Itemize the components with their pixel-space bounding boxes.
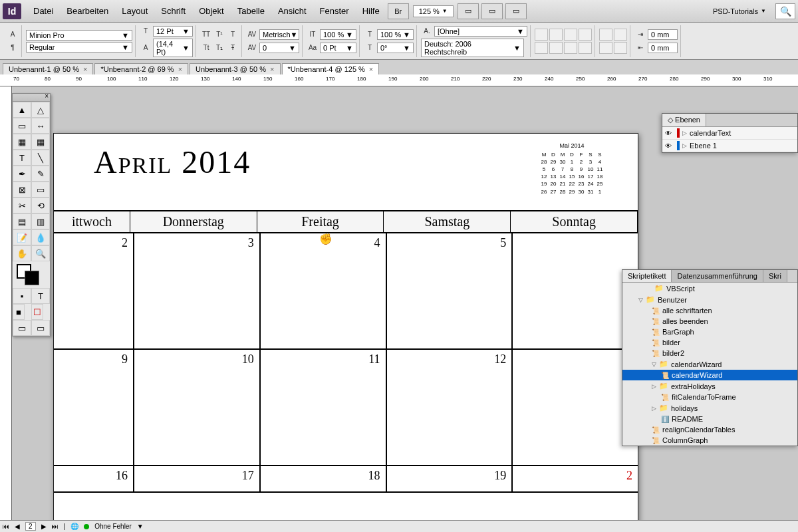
gradient-feather-tool[interactable]: ▥ — [31, 213, 50, 229]
prev-page-button[interactable]: ◀ — [15, 523, 20, 530]
menu-objekt[interactable]: Objekt — [192, 3, 231, 19]
align-left-button[interactable] — [535, 29, 548, 41]
line-tool[interactable]: ╲ — [31, 150, 50, 166]
skew-select[interactable]: 0°▼ — [377, 43, 414, 53]
normal-view-button[interactable]: ▭ — [13, 320, 31, 336]
preview-view-button[interactable]: ▭ — [31, 320, 50, 336]
menu-hilfe[interactable]: Hilfe — [356, 3, 386, 19]
preflight-icon[interactable]: 🌐 — [70, 523, 78, 530]
font-family-select[interactable]: Minion Pro▼ — [26, 30, 132, 41]
direct-selection-tool[interactable]: △ — [31, 102, 50, 118]
character-format-icon[interactable]: A — [7, 29, 19, 41]
script-tree-item[interactable]: 📜bilder — [622, 337, 797, 348]
close-tab-icon[interactable]: × — [270, 65, 274, 73]
close-tab-icon[interactable]: × — [178, 65, 182, 73]
script-tree-item[interactable]: 📜BarGraph — [622, 327, 797, 337]
align-justify-button[interactable] — [579, 29, 592, 41]
script-tree-item[interactable]: 📜ColumnGraph — [622, 435, 797, 446]
document-tab[interactable]: *Unbenannt-4 @ 125 %× — [282, 63, 380, 74]
apply-none-button[interactable]: ☐ — [31, 304, 43, 320]
script-tree-item[interactable]: 📜fitCalendarToFrame — [622, 392, 797, 402]
panel-tab[interactable]: Datenzusammenführung — [672, 270, 763, 282]
script-tree-item[interactable]: ▽📁calendarWizard — [622, 358, 797, 370]
rectangle-frame-tool[interactable]: ⊠ — [13, 182, 31, 198]
script-tree-item[interactable]: ▽📁Benutzer — [622, 294, 797, 305]
indent-left-input[interactable]: 0 mm — [648, 29, 678, 40]
view-options-button-1[interactable]: ▭ — [458, 3, 479, 19]
next-page-button[interactable]: ▶ — [41, 523, 47, 530]
note-tool[interactable]: 📝 — [13, 229, 31, 245]
apply-fill-button[interactable]: ■ — [13, 304, 25, 320]
menu-layout[interactable]: Layout — [115, 3, 154, 19]
fill-swatch[interactable] — [25, 271, 39, 285]
page-tool[interactable]: ▭ — [13, 118, 31, 134]
content-collector-tool[interactable]: ▦ — [13, 134, 31, 150]
free-transform-tool[interactable]: ⟲ — [31, 198, 50, 213]
hand-tool[interactable]: ✋ — [13, 245, 31, 261]
indent-right-input[interactable]: 0 mm — [648, 43, 678, 53]
pencil-tool[interactable]: ✎ — [31, 166, 50, 182]
pen-tool[interactable]: ✒ — [13, 166, 31, 182]
layer-row[interactable]: 👁▷calendarText — [662, 127, 797, 140]
close-tab-icon[interactable]: × — [83, 65, 87, 73]
script-tree-item[interactable]: ▷📁extraHolidays — [622, 380, 797, 392]
panel-tab[interactable]: Skri — [763, 270, 787, 282]
layers-tab[interactable]: ◇ Ebenen — [662, 114, 706, 126]
apply-color-button[interactable]: ▪ — [13, 288, 31, 304]
last-page-button[interactable]: ⏭ — [52, 523, 59, 530]
script-tree-item[interactable]: 📜bilder2 — [622, 348, 797, 358]
tracking-select[interactable]: 0▼ — [259, 43, 299, 53]
document-tab[interactable]: Unbenannt-1 @ 50 %× — [3, 63, 93, 74]
scissors-tool[interactable]: ✂ — [13, 198, 31, 213]
document-tab[interactable]: Unbenannt-3 @ 50 %× — [190, 63, 280, 74]
first-page-button[interactable]: ⏮ — [3, 523, 9, 530]
gradient-swatch-tool[interactable]: ▤ — [13, 213, 31, 229]
hscale-select[interactable]: 100 %▼ — [377, 29, 414, 40]
script-tree-item[interactable]: 📜realignCalendarTables — [622, 424, 797, 435]
selection-tool[interactable]: ▲ — [13, 102, 31, 118]
menu-fenster[interactable]: Fenster — [313, 3, 356, 19]
menu-ansicht[interactable]: Ansicht — [271, 3, 313, 19]
search-button[interactable]: 🔍 — [775, 3, 795, 19]
leading-select[interactable]: (14,4 Pt)▼ — [153, 39, 193, 57]
font-style-select[interactable]: Regular▼ — [26, 42, 132, 53]
content-placer-tool[interactable]: ▦ — [31, 134, 50, 150]
paragraph-format-icon[interactable]: ¶ — [7, 42, 19, 54]
char-style-select[interactable]: [Ohne]▼ — [434, 26, 527, 37]
bridge-button[interactable]: Br — [388, 3, 409, 19]
zoom-tool[interactable]: 🔍 — [31, 245, 50, 261]
workspace-switcher[interactable]: PSD-Tutorials▼ — [706, 5, 773, 18]
menu-datei[interactable]: Datei — [27, 3, 60, 19]
script-tree-item[interactable]: 📜alle schriftarten — [622, 305, 797, 316]
view-options-button-3[interactable]: ▭ — [505, 3, 527, 19]
layer-row[interactable]: 👁▷Ebene 1 — [662, 140, 797, 152]
color-swatches[interactable] — [13, 261, 50, 288]
kerning-select[interactable]: Metrisch▼ — [259, 29, 299, 40]
format-text-button[interactable]: T — [31, 288, 50, 304]
gap-tool[interactable]: ↔ — [31, 118, 50, 134]
zoom-level[interactable]: 125 %▼ — [413, 5, 454, 17]
type-tool[interactable]: T — [13, 150, 31, 166]
visibility-icon[interactable]: 👁 — [665, 130, 674, 137]
view-options-button-2[interactable]: ▭ — [481, 3, 503, 19]
rectangle-tool[interactable]: ▭ — [31, 182, 50, 198]
script-tree-item[interactable]: 📁VBScript — [622, 283, 797, 294]
baseline-select[interactable]: 0 Pt▼ — [320, 43, 356, 53]
align-center-button[interactable] — [549, 29, 563, 41]
menu-schrift[interactable]: Schrift — [154, 3, 192, 19]
visibility-icon[interactable]: 👁 — [665, 142, 674, 150]
script-tree-item[interactable]: ℹ️README — [622, 414, 797, 424]
font-size-select[interactable]: 12 Pt▼ — [153, 26, 193, 37]
page-number-field[interactable]: 2 — [25, 522, 36, 531]
tools-panel-header[interactable] — [13, 94, 50, 102]
menu-bearbeiten[interactable]: Bearbeiten — [60, 3, 115, 19]
document-canvas[interactable]: April 2014 Mai 2014 MDMDFSS2829301234567… — [53, 133, 638, 532]
document-tab[interactable]: *Unbenannt-2 @ 69 %× — [94, 63, 188, 74]
language-select[interactable]: Deutsch: 2006 Rechtschreib▼ — [421, 39, 524, 57]
script-tree-item[interactable]: 📜alles beenden — [622, 316, 797, 327]
close-tab-icon[interactable]: × — [369, 65, 373, 73]
app-logo[interactable]: Id — [3, 3, 21, 19]
vscale-select[interactable]: 100 %▼ — [320, 29, 356, 40]
menu-tabelle[interactable]: Tabelle — [231, 3, 271, 19]
align-right-button[interactable] — [564, 29, 577, 41]
